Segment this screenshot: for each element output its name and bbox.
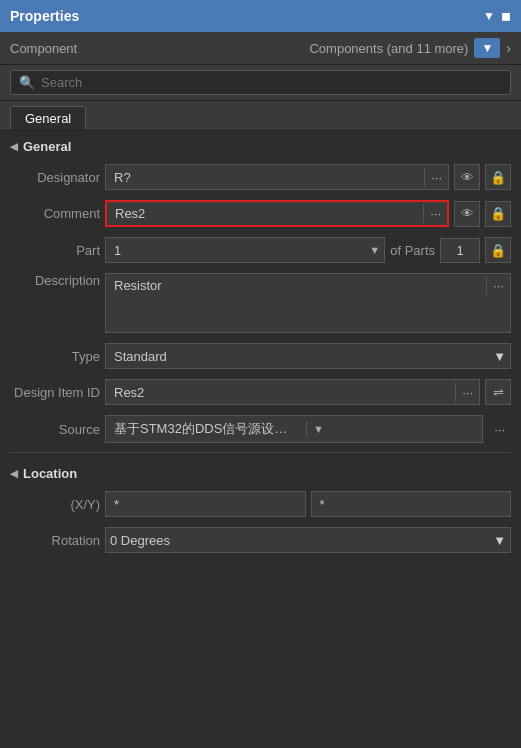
expand-button[interactable]: › bbox=[506, 40, 511, 56]
comment-input-wrapper: Res2 ··· bbox=[105, 200, 449, 227]
components-more-label: Components (and 11 more) bbox=[309, 41, 468, 56]
xy-label: (X/Y) bbox=[10, 497, 100, 512]
type-dropdown-icon: ▼ bbox=[493, 349, 506, 364]
comment-dots-button[interactable]: ··· bbox=[423, 204, 447, 223]
description-value: Resistor bbox=[106, 274, 486, 297]
description-input-wrapper: Resistor ··· bbox=[105, 273, 511, 333]
search-bar: 🔍 bbox=[0, 65, 521, 101]
location-section-title: Location bbox=[23, 466, 77, 481]
of-parts-value: 1 bbox=[440, 238, 480, 263]
comment-value: Res2 bbox=[107, 202, 423, 225]
tab-general[interactable]: General bbox=[10, 106, 86, 130]
part-row: Part 1 ▼ of Parts 1 🔒 bbox=[10, 232, 511, 268]
design-item-value: Res2 bbox=[106, 381, 455, 404]
designator-input-wrapper: R? ··· bbox=[105, 164, 449, 190]
designator-label: Designator bbox=[10, 170, 100, 185]
design-item-input-wrapper: Res2 ··· bbox=[105, 379, 480, 405]
eye-icon-comment: 👁 bbox=[461, 206, 474, 221]
title-bar-icons: ▼ ◼ bbox=[483, 9, 511, 23]
type-select-wrapper[interactable]: Standard ▼ bbox=[105, 343, 511, 369]
toolbar-row: Component Components (and 11 more) ▼ › bbox=[0, 32, 521, 65]
search-wrapper: 🔍 bbox=[10, 70, 511, 95]
comment-eye-button[interactable]: 👁 bbox=[454, 201, 480, 227]
eye-icon: 👁 bbox=[461, 170, 474, 185]
rotation-dropdown-icon: ▼ bbox=[493, 533, 506, 548]
of-parts-label: of Parts bbox=[390, 243, 435, 258]
source-label: Source bbox=[10, 422, 100, 437]
search-icon: 🔍 bbox=[19, 75, 35, 90]
filter-button[interactable]: ▼ bbox=[474, 38, 500, 58]
source-value: 基于STM32的DDS信号源设计实例.S( bbox=[106, 416, 306, 442]
description-row: Description Resistor ··· bbox=[10, 268, 511, 338]
source-row: Source 基于STM32的DDS信号源设计实例.S( ▼ ··· bbox=[10, 410, 511, 448]
designator-row: Designator R? ··· 👁 🔒 bbox=[10, 159, 511, 195]
general-section-header: ◀ General bbox=[10, 131, 511, 159]
source-dots-button[interactable]: ··· bbox=[488, 420, 511, 439]
source-dropdown-button[interactable]: ▼ bbox=[306, 421, 330, 437]
x-input[interactable] bbox=[105, 491, 306, 517]
title-bar: Properties ▼ ◼ bbox=[0, 0, 521, 32]
toolbar-right: Components (and 11 more) ▼ › bbox=[309, 38, 511, 58]
type-label: Type bbox=[10, 349, 100, 364]
part-value: 1 bbox=[110, 241, 125, 260]
part-label: Part bbox=[10, 243, 100, 258]
source-input-wrapper: 基于STM32的DDS信号源设计实例.S( ▼ bbox=[105, 415, 483, 443]
description-label: Description bbox=[10, 273, 100, 288]
designator-eye-button[interactable]: 👁 bbox=[454, 164, 480, 190]
rotation-select-wrapper[interactable]: 0 Degrees ▼ bbox=[105, 527, 511, 553]
dropdown-icon[interactable]: ▼ bbox=[483, 9, 495, 23]
comment-lock-button[interactable]: 🔒 bbox=[485, 201, 511, 227]
title-bar-title: Properties bbox=[10, 8, 79, 24]
location-triangle-icon: ◀ bbox=[10, 468, 18, 479]
swap-icon: ⇌ bbox=[493, 385, 504, 400]
lock-icon: 🔒 bbox=[490, 170, 506, 185]
component-label: Component bbox=[10, 41, 77, 56]
rotation-value: 0 Degrees bbox=[110, 533, 170, 548]
designator-lock-button[interactable]: 🔒 bbox=[485, 164, 511, 190]
designator-value: R? bbox=[106, 166, 424, 189]
design-item-row: Design Item ID Res2 ··· ⇌ bbox=[10, 374, 511, 410]
tab-area: General bbox=[0, 101, 521, 131]
y-input[interactable] bbox=[311, 491, 512, 517]
design-item-swap-button[interactable]: ⇌ bbox=[485, 379, 511, 405]
description-dots-button[interactable]: ··· bbox=[486, 276, 510, 295]
search-input[interactable] bbox=[41, 75, 502, 90]
rotation-label: Rotation bbox=[10, 533, 100, 548]
xy-row: (X/Y) bbox=[10, 486, 511, 522]
comment-row: Comment Res2 ··· 👁 🔒 bbox=[10, 195, 511, 232]
comment-label: Comment bbox=[10, 206, 100, 221]
type-row: Type Standard ▼ bbox=[10, 338, 511, 374]
part-select-wrapper[interactable]: 1 ▼ bbox=[105, 237, 385, 263]
section-triangle-icon: ◀ bbox=[10, 141, 18, 152]
location-section: ◀ Location (X/Y) Rotation 0 Degrees ▼ bbox=[10, 458, 511, 558]
divider bbox=[10, 452, 511, 453]
design-item-label: Design Item ID bbox=[10, 385, 100, 400]
design-item-dots-button[interactable]: ··· bbox=[455, 383, 479, 402]
type-value: Standard bbox=[110, 347, 171, 366]
rotation-row: Rotation 0 Degrees ▼ bbox=[10, 522, 511, 558]
main-content: ◀ General Designator R? ··· 👁 🔒 Comment … bbox=[0, 131, 521, 558]
location-section-header: ◀ Location bbox=[10, 458, 511, 486]
lock-icon-part: 🔒 bbox=[490, 243, 506, 258]
part-lock-button[interactable]: 🔒 bbox=[485, 237, 511, 263]
general-section-title: General bbox=[23, 139, 71, 154]
designator-dots-button[interactable]: ··· bbox=[424, 168, 448, 187]
lock-icon-comment: 🔒 bbox=[490, 206, 506, 221]
pin-icon[interactable]: ◼ bbox=[501, 9, 511, 23]
part-dropdown-icon: ▼ bbox=[369, 244, 380, 256]
